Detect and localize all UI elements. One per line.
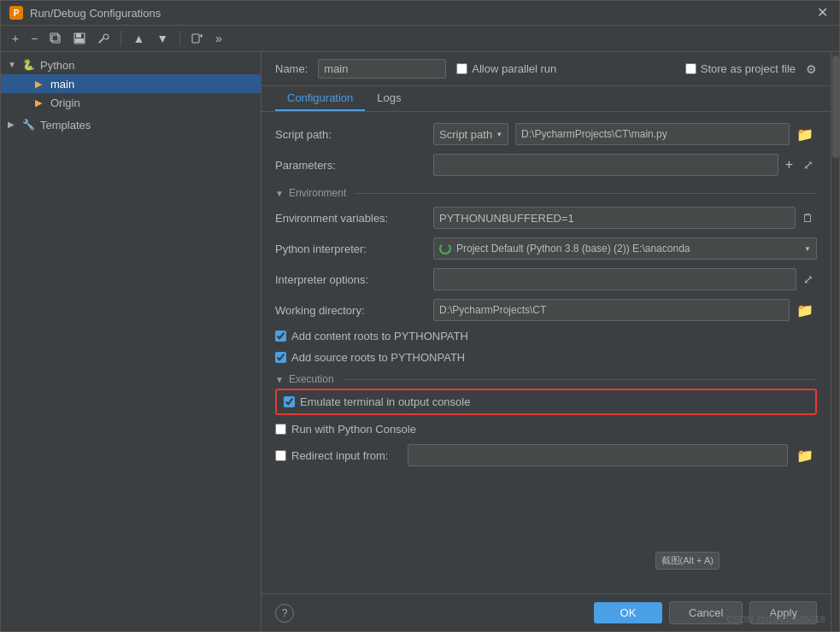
redirect-input-field[interactable]: [408, 444, 788, 466]
working-dir-field: 📁: [433, 299, 817, 321]
toolbar: + − ▲ ▼: [1, 26, 839, 52]
parameters-plus-button[interactable]: +: [782, 157, 796, 173]
environment-arrow[interactable]: ▼: [275, 189, 284, 198]
redirect-input-label: Redirect input from:: [291, 449, 402, 462]
svg-rect-5: [192, 34, 199, 43]
right-panel: Name: Allow parallel run Store as projec…: [261, 52, 831, 631]
allow-parallel-label[interactable]: Allow parallel run: [456, 62, 556, 75]
redirect-input-checkbox[interactable]: [275, 450, 286, 461]
add-source-roots-row: Add source roots to PYTHONPATH: [275, 347, 817, 368]
copy-button[interactable]: [45, 30, 66, 47]
python-group-label: Python: [40, 59, 74, 72]
env-vars-field: 🗒: [433, 207, 817, 229]
more-button[interactable]: »: [211, 29, 226, 48]
execution-arrow[interactable]: ▼: [275, 375, 284, 384]
bottom-bar: ? OK Cancel Apply: [261, 594, 831, 631]
parameters-field: + ⤢: [433, 154, 817, 176]
script-path-input[interactable]: [515, 123, 790, 145]
name-label: Name:: [275, 62, 308, 75]
config-content: Script path: Script path ▼ 📁 Parameters:: [261, 112, 831, 594]
tooltip-badge: 截图(Alt + A): [655, 552, 720, 570]
templates-wrench-icon: 🔧: [21, 118, 35, 132]
app-icon: P: [9, 6, 23, 20]
interpreter-text: Project Default (Python 3.8 (base) (2)) …: [456, 243, 799, 255]
left-panel: ▼ 🐍 Python ▶ main ▶ Origin ▶ 🔧 Templates: [1, 52, 261, 631]
parameters-label: Parameters:: [275, 159, 433, 172]
save-button[interactable]: [69, 30, 90, 47]
origin-config-item[interactable]: ▶ Origin: [1, 93, 261, 112]
templates-arrow: ▶: [8, 120, 18, 130]
interpreter-selector[interactable]: Project Default (Python 3.8 (base) (2)) …: [433, 237, 817, 260]
store-gear-button[interactable]: ⚙: [806, 62, 817, 76]
working-dir-row: Working directory: 📁: [275, 295, 817, 325]
env-vars-edit-button[interactable]: 🗒: [799, 212, 817, 225]
svg-rect-4: [75, 38, 84, 43]
templates-item[interactable]: ▶ 🔧 Templates: [1, 115, 261, 134]
script-path-row: Script path: Script path ▼ 📁: [275, 119, 817, 149]
add-button[interactable]: +: [8, 29, 23, 48]
interpreter-dropdown-arrow: ▼: [804, 245, 811, 253]
right-scrollbar[interactable]: [831, 52, 839, 631]
python-interpreter-field: Project Default (Python 3.8 (base) (2)) …: [433, 237, 817, 260]
name-input[interactable]: [318, 59, 446, 79]
down-button[interactable]: ▼: [152, 29, 173, 48]
interpreter-options-field: ⤢: [433, 268, 817, 290]
run-debug-dialog: P Run/Debug Configurations ✕ + − ▲: [0, 0, 840, 632]
interpreter-options-input[interactable]: [433, 268, 796, 290]
toolbar-separator-2: [179, 31, 180, 46]
wrench-button[interactable]: [93, 30, 114, 47]
origin-item-label: Origin: [50, 97, 80, 109]
tab-configuration[interactable]: Configuration: [275, 86, 365, 111]
tab-logs[interactable]: Logs: [365, 86, 413, 111]
script-path-folder-button[interactable]: 📁: [793, 126, 817, 143]
run-python-console-checkbox[interactable]: [275, 424, 286, 435]
interpreter-options-expand-button[interactable]: ⤢: [800, 272, 817, 286]
redirect-input-folder-button[interactable]: 📁: [793, 448, 817, 464]
environment-section-header: ▼ Environment: [275, 187, 817, 199]
env-vars-label: Environment variables:: [275, 212, 433, 225]
title-bar: P Run/Debug Configurations ✕: [1, 1, 839, 26]
main-item-label: main: [50, 78, 74, 91]
add-source-roots-checkbox[interactable]: [275, 352, 286, 363]
run-python-console-label: Run with Python Console: [291, 423, 416, 436]
help-button[interactable]: ?: [275, 604, 294, 623]
parameters-input[interactable]: [433, 154, 778, 176]
working-dir-input[interactable]: [433, 299, 790, 321]
up-button[interactable]: ▲: [128, 29, 149, 48]
python-interpreter-row: Python interpreter: Project Default (Pyt…: [275, 233, 817, 264]
add-content-roots-checkbox[interactable]: [275, 331, 286, 342]
svg-rect-1: [50, 33, 58, 41]
script-path-dropdown[interactable]: Script path ▼: [433, 123, 508, 145]
remove-button[interactable]: −: [26, 29, 42, 48]
main-config-item[interactable]: ▶ main: [1, 74, 261, 93]
origin-run-icon: ▶: [32, 96, 45, 109]
templates-label: Templates: [40, 119, 91, 132]
watermark: CSDN @t18438605018: [726, 614, 825, 624]
redirect-input-row: Redirect input from: 📁: [275, 440, 817, 471]
emulate-terminal-label: Emulate terminal in output console: [300, 395, 470, 408]
script-path-field: Script path ▼ 📁: [433, 123, 817, 145]
add-content-roots-row: Add content roots to PYTHONPATH: [275, 325, 817, 347]
allow-parallel-checkbox[interactable]: [456, 63, 467, 74]
env-vars-input[interactable]: [433, 207, 796, 229]
execution-section-header: ▼ Execution: [275, 373, 817, 385]
parameters-row: Parameters: + ⤢: [275, 149, 817, 180]
move-button[interactable]: [187, 30, 208, 47]
toolbar-separator-1: [120, 31, 121, 46]
script-path-label: Script path:: [275, 128, 433, 141]
python-group-item[interactable]: ▼ 🐍 Python: [1, 56, 261, 74]
close-button[interactable]: ✕: [817, 6, 831, 20]
parameters-expand-button[interactable]: ⤢: [800, 158, 817, 172]
store-as-project-checkbox[interactable]: [685, 63, 696, 74]
store-as-project-label[interactable]: Store as project file: [685, 62, 796, 75]
python-icon: 🐍: [21, 58, 35, 72]
ok-button[interactable]: OK: [594, 602, 662, 623]
add-content-roots-label: Add content roots to PYTHONPATH: [291, 330, 468, 342]
svg-rect-3: [76, 33, 81, 38]
add-source-roots-label: Add source roots to PYTHONPATH: [291, 351, 465, 364]
tabs-bar: Configuration Logs: [261, 86, 831, 112]
working-dir-folder-button[interactable]: 📁: [793, 302, 817, 319]
interpreter-status-icon: [439, 243, 451, 255]
emulate-terminal-checkbox[interactable]: [284, 396, 295, 407]
run-icon: ▶: [32, 77, 45, 91]
